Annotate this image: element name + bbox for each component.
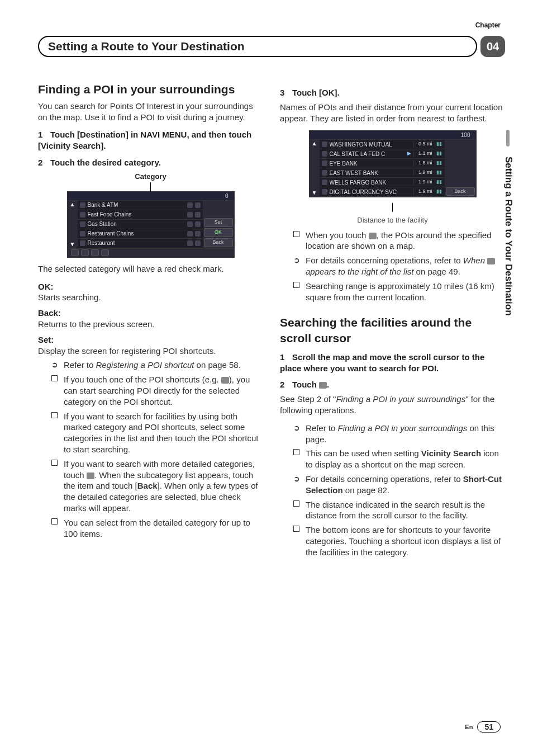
ui-list: Bank & ATM Fast Food Chains Gas Station …: [78, 201, 203, 248]
page-number: 51: [477, 721, 501, 733]
bullet-item: ➲Refer to Registering a POI shortcut on …: [51, 360, 263, 371]
list-item[interactable]: Bank & ATM: [78, 201, 203, 210]
signal-icon: ▮▮: [436, 160, 442, 167]
back-term: Back:: [38, 308, 263, 319]
shortcut-icon[interactable]: [91, 249, 99, 256]
note-square-icon: [51, 460, 58, 466]
list-indicator-icon: [487, 258, 495, 264]
refer-arrow-icon: ➲: [51, 361, 58, 368]
step-3: 3Touch [OK].: [280, 87, 505, 98]
poi-icon: [322, 170, 327, 176]
caption-tick: [150, 182, 151, 191]
down-arrow-icon[interactable]: ▼: [70, 242, 75, 247]
step-2: 2Touch the desired category.: [38, 157, 263, 168]
list-item[interactable]: Restaurant: [78, 239, 203, 248]
poi-icon: [80, 231, 85, 237]
list-item[interactable]: EAST WEST BANK1.9 mi▮▮: [320, 168, 445, 178]
down-arrow-icon[interactable]: ▼: [312, 190, 317, 196]
caption-tick: [392, 203, 393, 212]
ui-body: ▲▼ Bank & ATM Fast Food Chains Gas Stati…: [68, 201, 234, 248]
bullet-item: ➲For details concerning operations, refe…: [293, 474, 505, 496]
up-arrow-icon[interactable]: ▲: [70, 202, 75, 207]
subcategory-icon: [87, 472, 94, 479]
list-item[interactable]: EYE BANK1.8 mi▮▮: [320, 159, 445, 168]
note-square-icon: [293, 449, 299, 455]
sub-icon[interactable]: [195, 231, 201, 237]
chapter-label: Chapter: [475, 21, 501, 29]
shortcut-icon[interactable]: [71, 249, 79, 256]
flag-icon: [187, 221, 193, 227]
signal-icon: ▮▮: [436, 141, 442, 148]
step-2-text: Touch the desired category.: [50, 158, 161, 167]
list-item[interactable]: CAL STATE LA FED C▶1.1 mi▮▮: [320, 149, 445, 159]
refer-arrow-icon: ➲: [293, 256, 300, 264]
ok-body: Starts searching.: [38, 292, 263, 303]
s2-step-1: 1Scroll the map and move the scroll curs…: [280, 352, 505, 374]
bullet-list: ➲Refer to Finding a POI in your surround…: [293, 423, 505, 558]
signal-icon: ▮▮: [436, 179, 442, 186]
ui-scroll[interactable]: ▲▼: [68, 201, 78, 248]
sub-icon[interactable]: [195, 202, 201, 208]
ok-button[interactable]: OK: [204, 228, 233, 237]
vicinity-icon: [319, 382, 327, 389]
back-body: Returns to the previous screen.: [38, 319, 263, 330]
category-screenshot: 0 ▲▼ Bank & ATM Fast Food Chains Gas Sta…: [67, 191, 235, 258]
shortcut-icon[interactable]: [101, 249, 109, 256]
ui-footer: [68, 248, 234, 257]
signal-icon: ▮▮: [436, 150, 442, 157]
bullet-item: Searching range is approximately 10 mile…: [293, 281, 505, 303]
back-button[interactable]: Back: [446, 187, 475, 196]
content-columns: Finding a POI in your surroundings You c…: [38, 82, 505, 561]
ui-scroll[interactable]: ▲▼: [310, 140, 320, 197]
shortcut-icon[interactable]: [81, 249, 89, 256]
bullet-item: If you want to search with more detailed…: [51, 459, 263, 514]
sub-icon[interactable]: [195, 240, 201, 246]
ok-term: OK:: [38, 281, 263, 292]
right-column: 3Touch [OK]. Names of POIs and their dis…: [280, 82, 505, 561]
note-square-icon: [51, 412, 58, 418]
s2-step-1-text: Scroll the map and move the scroll curso…: [280, 352, 484, 373]
sub-icon[interactable]: [195, 221, 201, 227]
note-square-icon: [293, 282, 299, 288]
intro-para: You can search for Points Of Interest in…: [38, 101, 263, 123]
back-button[interactable]: Back: [204, 238, 233, 247]
set-button[interactable]: Set: [204, 218, 233, 227]
poi-icon: [322, 179, 327, 185]
step-1-text: Touch [Destination] in NAVI MENU, and th…: [38, 130, 251, 150]
set-term: Set:: [38, 334, 263, 346]
poi-icon: [80, 240, 85, 246]
list-item[interactable]: Gas Station: [78, 220, 203, 229]
category-caption: Category: [38, 172, 263, 181]
flag-icon: [187, 240, 193, 246]
list-item[interactable]: WASHINGTON MUTUAL0.5 mi▮▮: [320, 140, 445, 149]
flag-icon: [187, 202, 193, 208]
sub-icon[interactable]: [195, 212, 201, 218]
section-heading-2: Searching the facilities around the scro…: [280, 315, 505, 346]
section-heading: Finding a POI in your surroundings: [38, 82, 263, 97]
bullet-item: The distance indicated in the search res…: [293, 499, 505, 522]
up-arrow-icon[interactable]: ▲: [312, 141, 317, 147]
flag-icon: [187, 212, 193, 218]
refer-arrow-icon: ➲: [293, 424, 300, 432]
after-img-para: The selected category will have a red ch…: [38, 263, 263, 275]
ui-count: 0: [225, 192, 229, 200]
list-item[interactable]: Fast Food Chains: [78, 210, 203, 220]
step-3-text: Touch [OK].: [292, 88, 340, 97]
bullet-item: If you touch one of the POI shortcuts (e…: [51, 374, 263, 407]
side-tab: [506, 130, 510, 147]
ui-titlebar: 0: [68, 192, 234, 201]
page-footer: En 51: [465, 721, 501, 733]
distance-caption: Distance to the facility: [280, 215, 505, 225]
poi-icon: [80, 212, 85, 218]
bullet-list: ➲Refer to Registering a POI shortcut on …: [51, 360, 263, 539]
list-item[interactable]: DIGITAL CURRENCY SVC1.9 mi▮▮: [320, 187, 445, 197]
list-item[interactable]: WELLS FARGO BANK1.9 mi▮▮: [320, 178, 445, 187]
chapter-badge: 04: [480, 36, 505, 57]
signal-icon: ▮▮: [436, 188, 442, 195]
bullet-item: The bottom icons are for shortcuts to yo…: [293, 525, 505, 557]
step-1: 1Touch [Destination] in NAVI MENU, and t…: [38, 129, 263, 152]
note-square-icon: [51, 518, 58, 525]
list-item[interactable]: Restaurant Chains: [78, 229, 203, 239]
bullet-item: When you touch , the POIs around the spe…: [293, 230, 505, 252]
note-square-icon: [51, 375, 58, 381]
